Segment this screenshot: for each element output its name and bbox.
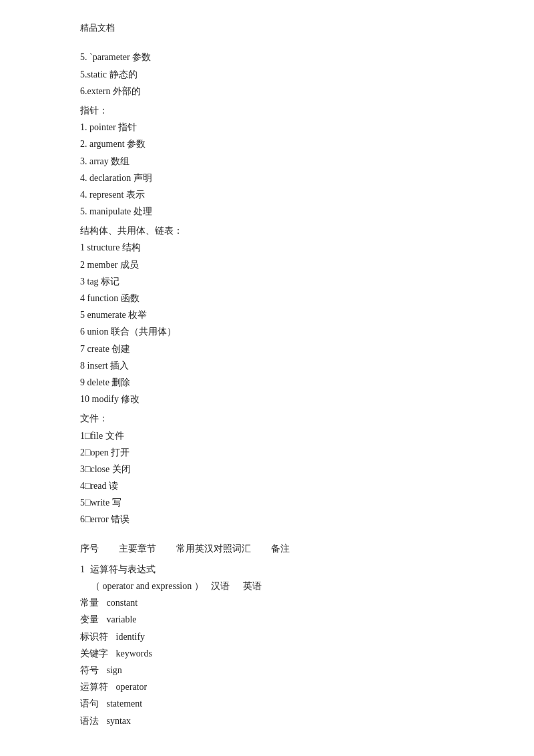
row1-chapter: 1 运算符与表达式 (80, 561, 454, 578)
pointer-item-4: 4. declaration 声明 (80, 170, 454, 186)
file-item-4: 4□read 读 (80, 478, 454, 494)
row1-number: 1 (80, 561, 85, 578)
file-item-5: 5□write 写 (80, 494, 454, 511)
table-row-1: 1 运算符与表达式 （ operator and expression ） 汉语… (80, 561, 454, 729)
pointer-item-5: 4. represent 表示 (80, 186, 454, 203)
vocab-item-6: 语句 statement (80, 695, 454, 712)
vocab-en-6: statement (107, 699, 143, 709)
vocab-en-3: keywords (116, 648, 152, 658)
lang-header-en: 英语 (243, 581, 262, 591)
col-vocab: 常用英汉对照词汇 (176, 540, 251, 557)
param-item-3: 6.extern 外部的 (80, 83, 454, 100)
pointer-title: 指针： (80, 106, 108, 116)
struct-item-6: 6 union 联合（共用体） (80, 323, 454, 340)
pointer-item-3: 3. array 数组 (80, 153, 454, 170)
vocab-en-2: identify (116, 632, 146, 642)
header-label: 精品文档 (80, 20, 454, 35)
param-item-1: 5. `parameter 参数 (80, 49, 454, 65)
vocab-zh-2: 标识符 (80, 632, 108, 642)
struct-item-9: 9 delete 删除 (80, 374, 454, 391)
vocab-en-0: constant (107, 598, 138, 608)
lang-header-zh: 汉语 (211, 581, 230, 591)
struct-item-8: 8 insert 插入 (80, 357, 454, 374)
file-item-1: 1□file 文件 (80, 427, 454, 444)
struct-item-4: 4 function 函数 (80, 290, 454, 307)
vocab-en-5: operator (116, 682, 148, 692)
row1-subtitle: （ operator and expression ） 汉语 英语 (91, 578, 454, 594)
vocab-item-7: 语法 syntax (80, 713, 454, 729)
table-header-row: 序号 主要章节 常用英汉对照词汇 备注 (80, 540, 454, 557)
col-chapter: 主要章节 (119, 540, 156, 557)
file-item-3: 3□close 关闭 (80, 461, 454, 478)
pointer-section: 指针： 1. pointer 指针 2. argument 参数 3. arra… (80, 102, 454, 220)
vocab-item-0: 常量 constant (80, 594, 454, 611)
struct-item-2: 2 member 成员 (80, 256, 454, 273)
struct-section: 结构体、共用体、链表： 1 structure 结构 2 member 成员 3… (80, 222, 454, 407)
vocab-zh-1: 变量 (80, 614, 99, 624)
vocab-zh-3: 关键字 (80, 648, 108, 658)
file-title: 文件： (80, 413, 108, 423)
file-item-2: 2□open 打开 (80, 444, 454, 461)
col-number: 序号 (80, 540, 99, 557)
vocab-en-4: sign (107, 665, 122, 675)
vocab-zh-6: 语句 (80, 699, 99, 709)
struct-item-5: 5 enumerate 枚举 (80, 307, 454, 323)
pointer-item-1: 1. pointer 指针 (80, 119, 454, 136)
table-section: 序号 主要章节 常用英汉对照词汇 备注 1 运算符与表达式 （ operator… (80, 540, 454, 729)
params-section: 5. `parameter 参数 5.static 静态的 6.extern 外… (80, 49, 454, 100)
vocab-item-2: 标识符 identify (80, 628, 454, 645)
vocab-list: 常量 constant 变量 variable 标识符 identify 关键字… (80, 594, 454, 729)
param-item-2: 5.static 静态的 (80, 66, 454, 83)
vocab-zh-5: 运算符 (80, 682, 108, 692)
struct-item-3: 3 tag 标记 (80, 273, 454, 290)
vocab-en-1: variable (107, 614, 137, 624)
pointer-item-2: 2. argument 参数 (80, 136, 454, 152)
struct-item-1: 1 structure 结构 (80, 239, 454, 256)
struct-item-7: 7 create 创建 (80, 341, 454, 357)
row1-title: 运算符与表达式 (90, 561, 156, 578)
vocab-zh-4: 符号 (80, 665, 99, 675)
vocab-item-1: 变量 variable (80, 611, 454, 628)
col-notes: 备注 (271, 540, 290, 557)
subtitle-text: （ operator and expression ） (91, 581, 204, 591)
vocab-item-5: 运算符 operator (80, 679, 454, 695)
vocab-zh-7: 语法 (80, 716, 99, 726)
pointer-item-6: 5. manipulate 处理 (80, 203, 454, 220)
vocab-en-7: syntax (107, 716, 131, 726)
file-item-6: 6□error 错误 (80, 511, 454, 528)
vocab-zh-0: 常量 (80, 598, 99, 608)
vocab-item-4: 符号 sign (80, 662, 454, 679)
struct-item-10: 10 modify 修改 (80, 391, 454, 407)
vocab-item-3: 关键字 keywords (80, 645, 454, 662)
struct-title: 结构体、共用体、链表： (80, 226, 183, 236)
file-section: 文件： 1□file 文件 2□open 打开 3□close 关闭 4□rea… (80, 410, 454, 528)
